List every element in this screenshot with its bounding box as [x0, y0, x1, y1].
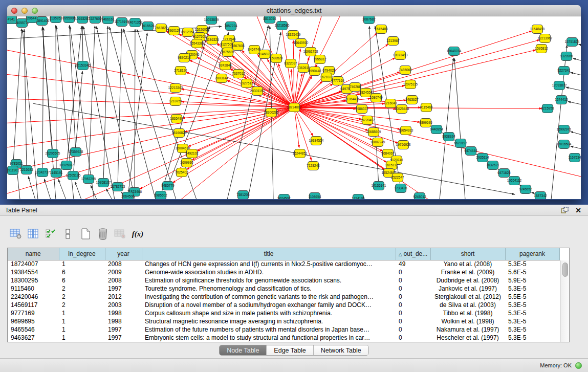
- table-cell[interactable]: Structural magnetic resonance image aver…: [142, 317, 396, 325]
- table-cell[interactable]: 5.3E-5: [505, 309, 559, 317]
- table-cell[interactable]: 19384554: [8, 268, 59, 276]
- tab-network-table[interactable]: Network Table: [314, 345, 368, 355]
- table-cell[interactable]: 5.6E-5: [505, 268, 559, 276]
- table-row[interactable]: 1872400712008Changes of HCN gene express…: [8, 260, 559, 268]
- table-cell[interactable]: 5.3E-5: [505, 325, 559, 334]
- table-cell[interactable]: 2: [59, 285, 105, 293]
- table-cell[interactable]: 5.3E-5: [505, 285, 559, 293]
- table-cell[interactable]: 0: [396, 325, 430, 334]
- table-cell[interactable]: Tourette syndrome. Phenomenology and cla…: [142, 285, 396, 293]
- table-cell[interactable]: 2008: [105, 260, 142, 268]
- table-cell[interactable]: Embryonic stem cells: a model to study s…: [142, 334, 396, 342]
- column-header-pagerank[interactable]: pagerank: [505, 248, 559, 260]
- table-cell[interactable]: 5.5E-5: [505, 293, 559, 301]
- table-cell[interactable]: 9777169: [8, 309, 59, 317]
- table-cell[interactable]: 6: [59, 268, 105, 276]
- table-cell[interactable]: 0: [396, 293, 430, 301]
- table-cell[interactable]: 1: [59, 334, 105, 342]
- table-cell[interactable]: 9699695: [8, 317, 59, 325]
- table-cell[interactable]: 1: [59, 260, 105, 268]
- table-cell[interactable]: 1: [59, 309, 105, 317]
- table-cell[interactable]: 2009: [105, 268, 142, 276]
- resize-grip-icon[interactable]: [7, 16, 14, 24]
- table-cell[interactable]: 9115460: [8, 285, 59, 293]
- delete-table-icon[interactable]: [95, 227, 111, 241]
- table-cell[interactable]: 5.3E-5: [505, 334, 559, 342]
- table-row[interactable]: 946362711997Embryonic stem cells: a mode…: [8, 334, 559, 342]
- scrollbar-thumb[interactable]: [562, 262, 568, 277]
- table-cell[interactable]: Franke et al. (2009): [430, 268, 505, 276]
- table-cell[interactable]: 22420046: [8, 293, 59, 301]
- table-cell[interactable]: Genome-wide association studies in ADHD.: [142, 268, 396, 276]
- column-header-in_degree[interactable]: in_degree: [59, 248, 105, 260]
- table-row[interactable]: 1938455462009Genome-wide association stu…: [8, 268, 559, 276]
- table-cell[interactable]: 1997: [105, 334, 142, 342]
- network-canvas[interactable]: 1872400776638229960124891295415226058912…: [7, 16, 581, 199]
- table-cell[interactable]: Tibbo et al. (1998): [430, 309, 505, 317]
- column-header-short[interactable]: short: [430, 248, 505, 260]
- table-cell[interactable]: 9463627: [8, 334, 59, 342]
- table-cell[interactable]: Changes of HCN gene expression and I(f) …: [142, 260, 396, 268]
- column-header-out_de[interactable]: △out_de...: [396, 248, 430, 260]
- table-cell[interactable]: 2008: [105, 276, 142, 285]
- float-panel-icon[interactable]: [560, 206, 569, 214]
- table-cell[interactable]: 0: [396, 317, 430, 325]
- table-cell[interactable]: 2: [59, 301, 105, 309]
- tab-edge-table[interactable]: Edge Table: [267, 345, 313, 355]
- table-row[interactable]: 946554611997Estimation of the future num…: [8, 325, 559, 334]
- table-row[interactable]: 1830029562008Estimation of significance …: [8, 276, 559, 285]
- column-visibility-icon[interactable]: [26, 227, 41, 241]
- table-cell[interactable]: 5.3E-5: [505, 317, 559, 325]
- table-cell[interactable]: 0: [396, 301, 430, 309]
- table-cell[interactable]: 49: [396, 260, 430, 268]
- table-cell[interactable]: 5.3E-5: [505, 301, 559, 309]
- citation-network-graph[interactable]: 1872400776638229960124891295415226058912…: [7, 16, 581, 199]
- table-cell[interactable]: 18724007: [8, 260, 59, 268]
- table-cell[interactable]: 1998: [105, 317, 142, 325]
- row-height-icon[interactable]: [60, 227, 76, 241]
- table-cell[interactable]: 0: [396, 309, 430, 317]
- selection-mode-icon[interactable]: [43, 227, 58, 241]
- table-cell[interactable]: 1997: [105, 325, 142, 334]
- new-table-icon[interactable]: [78, 227, 93, 241]
- table-row[interactable]: 2242004622012Investigating the contribut…: [8, 293, 559, 301]
- table-cell[interactable]: de Silva et al. (2003): [430, 301, 505, 309]
- table-cell[interactable]: 6: [59, 276, 105, 285]
- table-cell[interactable]: 0: [396, 276, 430, 285]
- column-header-year[interactable]: year: [105, 248, 142, 260]
- close-panel-icon[interactable]: ✕: [574, 206, 583, 214]
- table-row[interactable]: 1456911722003Disruption of a novel membe…: [8, 301, 559, 309]
- table-row[interactable]: 977716911998Corpus callosum shape and si…: [8, 309, 559, 317]
- table-cell[interactable]: Disruption of a novel member of a sodium…: [142, 301, 396, 309]
- table-cell[interactable]: Stergiakouli et al. (2012): [430, 293, 505, 301]
- table-vertical-scrollbar[interactable]: [560, 260, 569, 342]
- column-header-name[interactable]: name: [8, 248, 59, 260]
- table-cell[interactable]: 2012: [105, 293, 142, 301]
- table-cell[interactable]: 2: [59, 293, 105, 301]
- table-settings-icon[interactable]: [8, 227, 24, 241]
- table-cell[interactable]: Yano et al. (2008): [430, 260, 505, 268]
- table-cell[interactable]: Dudbridge et al. (2008): [430, 276, 505, 285]
- table-cell[interactable]: 0: [396, 334, 430, 342]
- table-cell[interactable]: Nakamura et al. (1997): [430, 325, 505, 334]
- table-cell[interactable]: Investigating the contribution of common…: [142, 293, 396, 301]
- table-cell[interactable]: 5.3E-5: [505, 260, 559, 268]
- table-cell[interactable]: 2003: [105, 301, 142, 309]
- table-cell[interactable]: Jankovic et al. (1997): [430, 285, 505, 293]
- table-cell[interactable]: 14569117: [8, 301, 59, 309]
- tab-node-table[interactable]: Node Table: [220, 345, 267, 355]
- table-cell[interactable]: 1: [59, 325, 105, 334]
- table-cell[interactable]: Wolkin et al. (1998): [430, 317, 505, 325]
- table-row[interactable]: 911546021997Tourette syndrome. Phenomeno…: [8, 285, 559, 293]
- table-row[interactable]: 969969511998Structural magnetic resonanc…: [8, 317, 559, 325]
- table-cell[interactable]: 0: [396, 268, 430, 276]
- table-cell[interactable]: Corpus callosum shape and size in male p…: [142, 309, 396, 317]
- table-cell[interactable]: Estimation of significance thresholds fo…: [142, 276, 396, 285]
- table-cell[interactable]: 1: [59, 317, 105, 325]
- table-cell[interactable]: 1998: [105, 309, 142, 317]
- table-cell[interactable]: 18300295: [8, 276, 59, 285]
- function-builder-icon[interactable]: f(x): [130, 227, 145, 241]
- table-cell[interactable]: Hescheler et al. (1997): [430, 334, 505, 342]
- table-cell[interactable]: 1997: [105, 285, 142, 293]
- table-cell[interactable]: 9465546: [8, 325, 59, 334]
